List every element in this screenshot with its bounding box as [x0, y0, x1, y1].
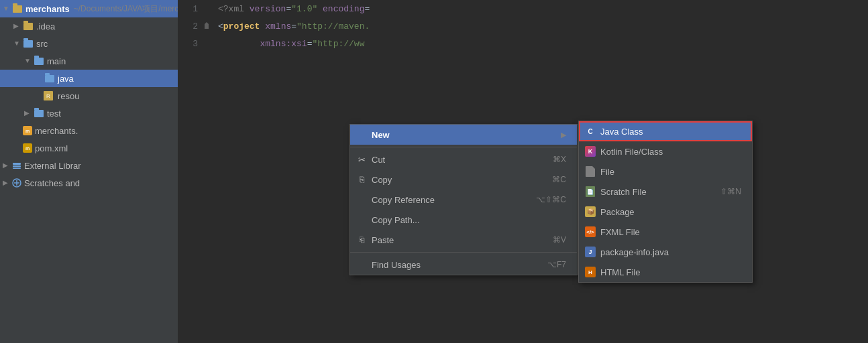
submenu-item-html[interactable]: H HTML File: [579, 262, 752, 282]
context-menu-item-paste[interactable]: ⎗ Paste ⌘V: [350, 230, 577, 250]
tree-item-resources[interactable]: R resou: [0, 87, 178, 105]
xml-attr-xsi: xmlns:xsi: [260, 39, 307, 49]
context-menu: New ▶ ✂ Cut ⌘X ⎘ Copy ⌘C Copy Reference …: [349, 124, 578, 275]
xml-file-icon: m: [23, 126, 32, 135]
editor-line-3: 3 xmlns:xsi="http://ww: [178, 35, 868, 52]
xml-attr-encoding: encoding: [317, 4, 364, 14]
tree-item-idea[interactable]: .idea: [0, 17, 178, 35]
package-label: Package: [600, 207, 741, 217]
tree-label-resources: resou: [58, 91, 80, 101]
html-icon: H: [584, 267, 596, 277]
tree-label-src: src: [36, 39, 48, 49]
copy-reference-icon: [356, 194, 368, 205]
xml-lt-2: <: [218, 21, 223, 31]
editor-line-2: 2 <project xmlns="http://maven.: [178, 17, 868, 35]
java-class-label: Java Class: [600, 127, 741, 137]
copy-path-label: Copy Path...: [372, 215, 555, 225]
xml-value-xsi: "http://ww: [312, 39, 364, 49]
expand-arrow-idea: [13, 22, 21, 30]
xml-value-xmlns: "http://maven.: [296, 21, 370, 31]
pkg-info-icon: J: [584, 247, 596, 257]
line-content-2: <project xmlns="http://maven.: [218, 21, 370, 31]
tree-item-pom[interactable]: m pom.xml: [0, 139, 178, 157]
file-label: File: [600, 167, 741, 177]
scratch-file-label: Scratch File: [600, 187, 720, 197]
tree-path-merchants: ~/Documents/JAVA项目/merchants: [74, 3, 178, 15]
folder-icon-merchants: [12, 4, 23, 13]
expand-arrow-test: [24, 109, 32, 117]
copy-shortcut: ⌘C: [552, 175, 566, 184]
context-menu-item-cut[interactable]: ✂ Cut ⌘X: [350, 149, 577, 169]
new-icon: [356, 129, 368, 140]
cut-shortcut: ⌘X: [553, 155, 566, 164]
submenu-item-package-info[interactable]: J package-info.java: [579, 242, 752, 262]
submenu-item-scratch-file[interactable]: 📄 Scratch File ⇧⌘N: [579, 182, 752, 202]
fxml-icon: </>: [584, 226, 596, 237]
tree-item-ext-libs[interactable]: External Librar: [0, 157, 178, 174]
context-menu-item-new[interactable]: New ▶: [350, 125, 577, 145]
svg-rect-1: [13, 165, 21, 167]
line-number-3: 3: [178, 39, 205, 49]
folder-icon-java: [44, 74, 55, 83]
tree-label-java: java: [58, 74, 74, 84]
submenu-item-fxml[interactable]: </> FXML File: [579, 222, 752, 242]
menu-separator-1: [350, 147, 577, 147]
folder-icon-resources: R: [44, 91, 55, 100]
arrow-empty-pom: [13, 144, 21, 152]
submenu-item-java-class[interactable]: C Java Class: [579, 121, 752, 141]
cut-icon: ✂: [356, 154, 368, 165]
expand-arrow-ext-libs: [3, 161, 11, 169]
new-label: New: [372, 130, 555, 140]
paste-shortcut: ⌘V: [553, 235, 566, 245]
expand-arrow-java: [35, 74, 43, 82]
xml-indent-3: [218, 39, 260, 49]
copy-reference-shortcut: ⌥⇧⌘C: [536, 195, 566, 204]
line-content-1: <?xml version="1.0" encoding=: [218, 4, 370, 14]
arrow-empty-merchants-file: [13, 127, 21, 135]
svg-marker-6: [205, 22, 209, 29]
line-number-1: 1: [178, 4, 205, 14]
find-usages-label: Find Usages: [372, 260, 537, 270]
tree-item-test[interactable]: test: [0, 105, 178, 122]
tree-label-ext-libs: External Librar: [24, 161, 81, 171]
tree-item-merchants-file[interactable]: m merchants.: [0, 122, 178, 139]
line-number-2: 2: [178, 21, 205, 31]
tree-item-scratches[interactable]: Scratches and: [0, 174, 178, 192]
xml-attr-xmlns: xmlns: [260, 21, 291, 31]
paste-label: Paste: [372, 235, 542, 245]
file-icon: [584, 166, 596, 177]
tree-item-src[interactable]: src: [0, 35, 178, 52]
submenu-item-kotlin[interactable]: K Kotlin File/Class: [579, 141, 752, 161]
copy-icon: ⎘: [356, 174, 368, 185]
tree-item-main[interactable]: main: [0, 52, 178, 70]
tree-label-pom: pom.xml: [35, 143, 68, 153]
paste-icon: ⎗: [356, 234, 368, 245]
context-menu-item-copy[interactable]: ⎘ Copy ⌘C: [350, 169, 577, 190]
new-arrow: ▶: [561, 131, 566, 139]
tree-item-java[interactable]: java: [0, 70, 178, 87]
xml-value-version: "1.0": [291, 4, 317, 14]
find-usages-icon: [356, 259, 368, 270]
tree-label-idea: .idea: [36, 21, 55, 31]
find-usages-shortcut: ⌥F7: [547, 260, 566, 269]
submenu-item-package[interactable]: 📦 Package: [579, 202, 752, 222]
package-icon: 📦: [584, 206, 596, 217]
submenu-item-file[interactable]: File: [579, 161, 752, 182]
submenu: C Java Class K Kotlin File/Class File: [578, 121, 753, 283]
file-tree: merchants ~/Documents/JAVA项目/merchants .…: [0, 0, 178, 343]
line-content-3: xmlns:xsi="http://ww: [218, 39, 364, 49]
kotlin-label: Kotlin File/Class: [600, 147, 741, 157]
cut-label: Cut: [372, 155, 542, 165]
tree-label-merchants: merchants: [25, 4, 70, 14]
folder-icon-main: [34, 56, 44, 66]
scratch-file-shortcut: ⇧⌘N: [720, 187, 741, 196]
copy-reference-label: Copy Reference: [372, 195, 525, 205]
context-menu-item-copy-path[interactable]: Copy Path...: [350, 210, 577, 230]
scratches-icon: [12, 178, 21, 188]
context-menu-item-find-usages[interactable]: Find Usages ⌥F7: [350, 255, 577, 275]
context-menu-item-copy-reference[interactable]: Copy Reference ⌥⇧⌘C: [350, 190, 577, 210]
svg-rect-2: [13, 168, 21, 169]
editor-area: 1 <?xml version="1.0" encoding= 2 <proje…: [178, 0, 868, 343]
tree-item-merchants[interactable]: merchants ~/Documents/JAVA项目/merchants: [0, 0, 178, 17]
expand-arrow-main: [24, 57, 32, 65]
